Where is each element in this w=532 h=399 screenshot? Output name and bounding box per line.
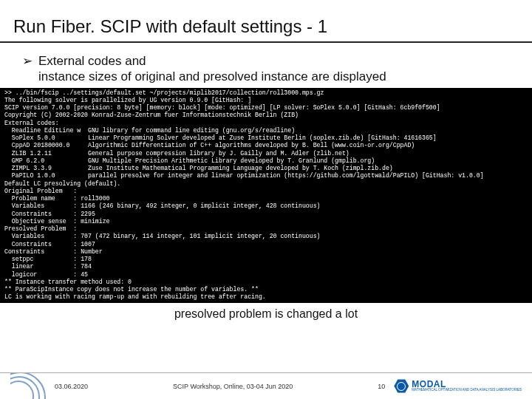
bullet-line-1: External codes and: [38, 53, 386, 69]
footer-page-number: 10: [378, 383, 385, 390]
slide-footer: 03.06.2020 SCIP Workshop, Online, 03-04 …: [0, 372, 532, 399]
modal-logo: MODAL MATHEMATICAL OPTIMIZATION AND DATA…: [394, 379, 522, 394]
slide-title: Run Fiber. SCIP with default settings - …: [0, 0, 532, 43]
modal-logo-text: MODAL MATHEMATICAL OPTIMIZATION AND DATA…: [412, 380, 522, 392]
modal-logo-sub: MATHEMATICAL OPTIMIZATION AND DATA ANALY…: [412, 389, 522, 392]
terminal-output: >> ../bin/fscip ../settings/default.set …: [0, 88, 532, 303]
caption-text: presolved problem is changed a lot: [0, 303, 532, 321]
hexagon-icon: [394, 379, 409, 394]
bullet-line-2: instance sizes of original and presolved…: [38, 69, 386, 84]
bullet-marker: ➢: [22, 53, 33, 85]
bullet-text: External codes and instance sizes of ori…: [38, 53, 386, 85]
arcs-logo-icon: [10, 373, 52, 400]
footer-date: 03.06.2020: [55, 383, 88, 390]
footer-center: SCIP Workshop, Online, 03-04 Jun 2020: [88, 383, 378, 390]
bullet-item: ➢ External codes and instance sizes of o…: [22, 53, 516, 85]
bullet-list: ➢ External codes and instance sizes of o…: [0, 49, 532, 88]
